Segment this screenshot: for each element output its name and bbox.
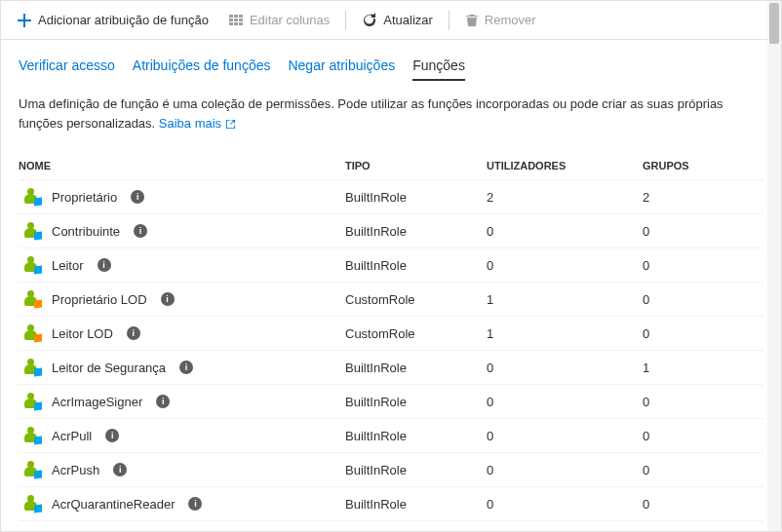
scrollbar-thumb[interactable] xyxy=(769,3,779,44)
svg-rect-3 xyxy=(229,19,233,21)
table-row[interactable]: ProprietárioiBuiltInRole22 xyxy=(19,180,763,214)
separator xyxy=(449,11,450,30)
learn-more-link[interactable]: Saiba mais xyxy=(159,116,236,131)
info-icon[interactable]: i xyxy=(134,224,147,238)
table-row[interactable]: AcrPushiBuiltInRole00 xyxy=(19,453,763,487)
info-icon[interactable]: i xyxy=(113,463,127,476)
role-name: Leitor de Segurança xyxy=(52,361,166,375)
role-users: 0 xyxy=(487,258,643,273)
role-groups: 2 xyxy=(643,190,763,205)
table-row[interactable]: Leitor de SegurançaiBuiltInRole01 xyxy=(19,351,763,385)
name-cell: Leitor de Segurançai xyxy=(19,359,345,376)
name-cell: Contribuintei xyxy=(19,222,345,240)
table-row[interactable]: Proprietário LODiCustomRole10 xyxy=(19,283,763,317)
role-groups: 0 xyxy=(643,326,763,341)
role-type: BuiltInRole xyxy=(345,463,487,477)
info-icon[interactable]: i xyxy=(127,326,140,340)
role-type: BuiltInRole xyxy=(345,258,487,273)
role-name: Leitor xyxy=(52,258,84,273)
col-type: TIPO xyxy=(345,160,487,171)
role-type: BuiltInRole xyxy=(345,361,487,375)
role-users: 1 xyxy=(487,292,643,307)
role-icon xyxy=(24,393,42,410)
info-icon[interactable]: i xyxy=(179,361,193,374)
role-users: 0 xyxy=(487,497,643,512)
info-icon[interactable]: i xyxy=(98,258,111,272)
role-users: 0 xyxy=(487,361,643,375)
role-icon xyxy=(24,427,42,444)
info-icon[interactable]: i xyxy=(188,497,202,511)
role-name: Proprietário xyxy=(52,190,117,205)
role-icon xyxy=(24,461,42,478)
columns-icon xyxy=(228,13,244,28)
name-cell: AcrQuarantineReaderi xyxy=(19,495,345,513)
col-name: NOME xyxy=(19,160,345,171)
role-groups: 0 xyxy=(643,497,763,512)
name-cell: AcrImageSigneri xyxy=(19,393,345,410)
role-name: Contribuinte xyxy=(52,224,120,239)
table-row[interactable]: LeitoriBuiltInRole00 xyxy=(19,248,763,283)
refresh-icon xyxy=(362,13,377,28)
table-row[interactable]: AcrQuarantineReaderiBuiltInRole00 xyxy=(19,487,763,521)
separator xyxy=(345,11,346,30)
role-groups: 0 xyxy=(643,224,763,239)
role-groups: 0 xyxy=(643,463,763,477)
svg-rect-0 xyxy=(229,15,233,18)
trash-icon xyxy=(465,14,479,27)
name-cell: AcrPushi xyxy=(19,461,345,478)
tabs: Verificar acesso Atribuições de funções … xyxy=(19,57,763,81)
add-role-assignment-button[interactable]: Adicionar atribuição de função xyxy=(9,9,216,32)
role-users: 1 xyxy=(487,326,643,341)
role-name: AcrQuarantineReader xyxy=(52,497,175,512)
role-users: 0 xyxy=(487,395,643,409)
svg-rect-2 xyxy=(239,15,243,18)
refresh-button[interactable]: Atualizar xyxy=(354,9,441,32)
role-type: BuiltInRole xyxy=(345,497,487,512)
role-users: 0 xyxy=(487,463,643,477)
role-name: AcrPush xyxy=(52,463,99,477)
svg-rect-5 xyxy=(239,19,243,21)
name-cell: Proprietário LODi xyxy=(19,290,345,308)
description-text: Uma definição de função é uma coleção de… xyxy=(19,96,723,131)
tab-role-assignments[interactable]: Atribuições de funções xyxy=(133,57,271,81)
refresh-label: Atualizar xyxy=(383,13,433,27)
table-row[interactable]: ContribuinteiBuiltInRole00 xyxy=(19,214,763,248)
info-icon[interactable]: i xyxy=(156,395,170,408)
svg-rect-6 xyxy=(229,22,233,25)
info-icon[interactable]: i xyxy=(161,292,175,306)
role-icon xyxy=(24,290,42,308)
table-row[interactable]: AcrPulliBuiltInRole00 xyxy=(19,419,763,453)
role-groups: 0 xyxy=(643,292,763,307)
plus-icon xyxy=(17,13,32,28)
role-type: CustomRole xyxy=(345,326,487,341)
table-body: ProprietárioiBuiltInRole22ContribuinteiB… xyxy=(19,180,763,521)
role-type: CustomRole xyxy=(345,292,487,307)
svg-rect-1 xyxy=(234,15,238,18)
table-row[interactable]: AcrImageSigneriBuiltInRole00 xyxy=(19,385,763,419)
role-type: BuiltInRole xyxy=(345,190,487,205)
role-type: BuiltInRole xyxy=(345,224,487,239)
description: Uma definição de função é uma coleção de… xyxy=(19,95,763,133)
role-name: AcrImageSigner xyxy=(52,395,142,409)
role-name: AcrPull xyxy=(52,429,92,443)
name-cell: Leitor LODi xyxy=(19,324,345,342)
scrollbar[interactable] xyxy=(767,1,781,531)
tab-deny-assignments[interactable]: Negar atribuições xyxy=(288,57,395,81)
info-icon[interactable]: i xyxy=(105,429,119,442)
table-row[interactable]: Leitor LODiCustomRole10 xyxy=(19,317,763,351)
external-link-icon xyxy=(225,119,236,130)
edit-columns-label: Editar colunas xyxy=(250,13,330,27)
role-icon xyxy=(24,256,42,274)
tab-roles[interactable]: Funções xyxy=(412,57,465,81)
svg-rect-7 xyxy=(234,22,238,25)
role-icon xyxy=(24,324,42,342)
role-users: 2 xyxy=(487,190,643,205)
role-name: Proprietário LOD xyxy=(52,292,147,307)
info-icon[interactable]: i xyxy=(131,190,144,204)
role-groups: 0 xyxy=(643,395,763,409)
tab-verify-access[interactable]: Verificar acesso xyxy=(19,57,115,81)
role-users: 0 xyxy=(487,429,643,443)
name-cell: AcrPulli xyxy=(19,427,345,444)
remove-button: Remover xyxy=(457,9,544,31)
role-icon xyxy=(24,495,42,513)
